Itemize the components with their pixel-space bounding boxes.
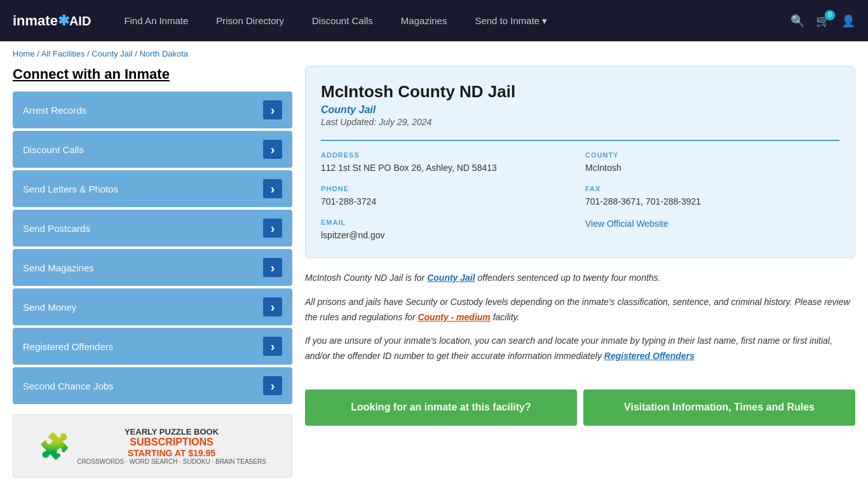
ad-line1: YEARLY PUZZLE BOOK [77, 427, 266, 437]
bottom-buttons: Looking for an inmate at this facility? … [305, 390, 855, 426]
sidebar-item-discount-calls[interactable]: Discount Calls › [13, 131, 292, 168]
puzzle-icon: 🧩 [39, 431, 71, 461]
main-container: Connect with an Inmate Arrest Records › … [0, 66, 868, 488]
nav-magazines[interactable]: Magazines [387, 0, 461, 41]
sidebar-item-send-letters[interactable]: Send Letters & Photos › [13, 170, 292, 207]
nav-find-inmate[interactable]: Find An Inmate [110, 0, 202, 41]
cart-button[interactable]: 🛒 0 [816, 14, 830, 28]
arrow-icon-0: › [263, 100, 282, 119]
fax-section: FAX 701-288-3671, 701-288-3921 [585, 185, 839, 208]
breadcrumb-state[interactable]: North Dakota [139, 49, 188, 58]
sidebar: Connect with an Inmate Arrest Records › … [13, 66, 292, 478]
content-area: McIntosh County ND Jail County Jail Last… [305, 66, 855, 478]
sidebar-advertisement[interactable]: 🧩 YEARLY PUZZLE BOOK SUBSCRIPTIONS START… [13, 414, 292, 478]
arrow-icon-5: › [263, 297, 282, 316]
facility-type: County Jail [321, 104, 839, 116]
phone-value: 701-288-3724 [321, 195, 575, 208]
fax-value: 701-288-3671, 701-288-3921 [585, 195, 839, 208]
breadcrumb-all-facilities[interactable]: All Facilities [41, 49, 85, 58]
address-section: ADDRESS 112 1st St NE PO Box 26, Ashley,… [321, 151, 575, 175]
email-label: EMAIL [321, 219, 575, 226]
search-button[interactable]: 🔍 [790, 14, 804, 28]
sidebar-label-registered-offenders: Registered Offenders [23, 341, 113, 352]
view-official-website-link[interactable]: View Official Website [585, 219, 668, 229]
sidebar-label-arrest-records: Arrest Records [23, 105, 86, 116]
email-value: lspitzer@nd.gov [321, 229, 575, 242]
visitation-info-button[interactable]: Visitation Information, Times and Rules [583, 390, 855, 426]
cart-badge: 0 [825, 10, 835, 20]
arrow-icon-4: › [263, 258, 282, 277]
breadcrumb: Home / All Facilities / County Jail / No… [0, 41, 868, 66]
sidebar-item-registered-offenders[interactable]: Registered Offenders › [13, 328, 292, 365]
arrow-icon-1: › [263, 140, 282, 159]
sidebar-label-discount-calls: Discount Calls [23, 144, 84, 155]
phone-section: PHONE 701-288-3724 [321, 185, 575, 208]
email-section: EMAIL lspitzer@nd.gov [321, 219, 575, 242]
county-section: COUNTY McIntosh [585, 151, 839, 175]
ad-line2: SUBSCRIPTIONS [77, 437, 266, 448]
address-value: 112 1st St NE PO Box 26, Ashley, ND 5841… [321, 161, 575, 175]
phone-label: PHONE [321, 185, 575, 193]
facility-info-grid: ADDRESS 112 1st St NE PO Box 26, Ashley,… [321, 140, 839, 242]
description-para3: If you are unsure of your inmate's locat… [305, 334, 855, 364]
facility-description: McIntosh County ND Jail is for County Ja… [305, 271, 855, 383]
nav-icons: 🔍 🛒 0 👤 [790, 14, 855, 28]
fax-label: FAX [585, 185, 839, 193]
facility-card: McIntosh County ND Jail County Jail Last… [305, 66, 855, 258]
county-value: McIntosh [585, 161, 839, 175]
arrow-icon-3: › [263, 219, 282, 238]
sidebar-item-send-money[interactable]: Send Money › [13, 288, 292, 325]
sidebar-menu: Arrest Records › Discount Calls › Send L… [13, 92, 292, 404]
sidebar-item-arrest-records[interactable]: Arrest Records › [13, 92, 292, 128]
nav-send-to-inmate[interactable]: Send to Inmate ▾ [461, 0, 561, 41]
arrow-icon-6: › [263, 337, 282, 356]
ad-line3: STARTING AT $19.95 [77, 448, 266, 458]
facility-title: McIntosh County ND Jail [321, 82, 839, 102]
description-para2: All prisons and jails have Security or C… [305, 295, 855, 325]
ad-line4: CROSSWORDS · WORD SEARCH · SUDOKU · BRAI… [77, 458, 266, 465]
sidebar-label-send-postcards: Send Postcards [23, 223, 90, 234]
sidebar-label-second-chance-jobs: Second Chance Jobs [23, 381, 114, 391]
website-section: View Official Website [585, 219, 839, 242]
navbar: inmate✱AID Find An Inmate Prison Directo… [0, 0, 868, 41]
sidebar-label-send-letters: Send Letters & Photos [23, 184, 118, 194]
ad-text: YEARLY PUZZLE BOOK SUBSCRIPTIONS STARTIN… [77, 427, 266, 465]
breadcrumb-county-jail[interactable]: County Jail [92, 49, 132, 58]
sidebar-label-send-magazines: Send Magazines [23, 262, 94, 273]
address-label: ADDRESS [321, 151, 575, 159]
breadcrumb-home[interactable]: Home [13, 49, 35, 58]
county-medium-link[interactable]: County - medium [417, 312, 490, 322]
find-inmate-button[interactable]: Looking for an inmate at this facility? [305, 390, 577, 426]
arrow-icon-2: › [263, 179, 282, 198]
registered-offenders-link[interactable]: Registered Offenders [604, 351, 695, 361]
sidebar-title: Connect with an Inmate [13, 66, 292, 83]
sidebar-item-send-magazines[interactable]: Send Magazines › [13, 249, 292, 286]
county-label: COUNTY [585, 151, 839, 159]
description-para1: McIntosh County ND Jail is for County Ja… [305, 271, 855, 286]
nav-discount-calls[interactable]: Discount Calls [298, 0, 387, 41]
logo-text: inmate✱AID [13, 13, 91, 29]
facility-last-updated: Last Updated: July 29, 2024 [321, 117, 839, 127]
nav-links: Find An Inmate Prison Directory Discount… [110, 0, 790, 41]
sidebar-item-send-postcards[interactable]: Send Postcards › [13, 210, 292, 247]
arrow-icon-7: › [263, 376, 282, 395]
county-jail-link[interactable]: County Jail [427, 273, 475, 283]
nav-prison-directory[interactable]: Prison Directory [202, 0, 298, 41]
sidebar-item-second-chance-jobs[interactable]: Second Chance Jobs › [13, 367, 292, 404]
site-logo[interactable]: inmate✱AID [13, 13, 91, 29]
user-button[interactable]: 👤 [841, 14, 855, 28]
sidebar-label-send-money: Send Money [23, 302, 76, 313]
